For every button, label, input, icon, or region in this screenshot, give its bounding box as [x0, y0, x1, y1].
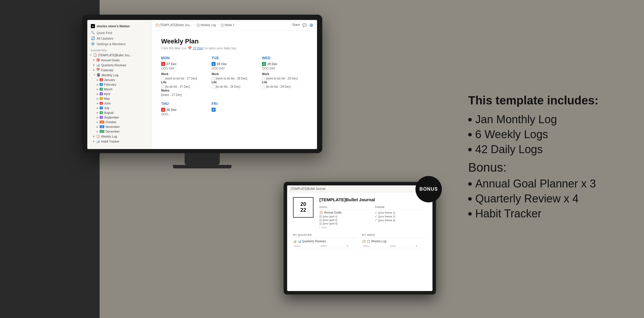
includes-list: Jan Monthly Log 6 Weekly Logs 42 Daily L…: [468, 113, 599, 156]
checkbox-icon[interactable]: [262, 85, 265, 88]
sidebar-item-quarterly-reviews[interactable]: ▶ 📊 Quarterly Reviews: [87, 62, 151, 67]
sidebar-settings[interactable]: ⚙️ Settings & Members: [87, 41, 151, 47]
weekly-grid: MON 1 27 Dec OOO DAY Work [work to-do li…: [161, 56, 308, 97]
tablet-device: BONUS [TEMPLATE]Bullet Journal 20 22: [284, 182, 436, 295]
new-goal[interactable]: + New: [319, 226, 371, 229]
mon-life-task: [to-do list - 27 Dec]: [161, 85, 207, 88]
annual-goals-icon: 🎯: [96, 58, 100, 62]
list-item-quarterly-review: Quarterly Review x 4: [468, 192, 599, 205]
day-column-wed: WED 3 29 Dec OOO DAY Work [work to-do li…: [262, 56, 308, 97]
tablet-bottom-tables: BY QUARTER 📊 📊 Quarterly Reviews Name Da…: [287, 234, 432, 252]
sidebar-item-april[interactable]: ▶ 4 April: [87, 92, 151, 96]
chevron-right-icon: ▶: [93, 140, 95, 143]
sidebar-quick-find[interactable]: 🔍 Quick Find: [87, 30, 151, 35]
chevron-right-icon: ▶: [97, 116, 98, 119]
chevron-down-icon: ▼: [90, 54, 92, 56]
favorites-section-label: FAVORITES: [87, 47, 151, 53]
sidebar-item-january[interactable]: ▶ 1 January: [87, 77, 151, 82]
jan-badge: 1: [100, 78, 103, 81]
theme-column-header: THEME: [375, 206, 427, 210]
sidebar-item-annual-goals[interactable]: ▶ 🎯 Annual Goals: [87, 57, 151, 62]
work-label-wed: Work: [262, 72, 308, 76]
tablet-two-cols: GOAL 📋 Annual Goals 1 [your goal 1]: [319, 206, 427, 229]
tue-date[interactable]: 2 28 Dec: [212, 62, 257, 66]
week1-breadcrumb[interactable]: 📋 Week 1: [220, 23, 235, 27]
work-label-tue: Work: [212, 72, 257, 76]
chevron-right-icon: ▶: [97, 126, 98, 128]
tablet-border: BONUS [TEMPLATE]Bullet Journal 20 22: [284, 182, 436, 295]
checkbox-icon[interactable]: [212, 85, 214, 88]
sidebar-item-habit-tracker[interactable]: ▶ 📊 Habit Tracker: [87, 139, 151, 144]
weekly-table-icon: 📋: [362, 240, 366, 243]
wed-date[interactable]: 3 29 Dec: [262, 62, 308, 66]
chevron-right-icon: ▶: [93, 135, 95, 138]
monthly-log-icon: 📓: [97, 73, 100, 77]
sidebar-item-june[interactable]: ▶ 6 June: [87, 101, 151, 106]
sidebar-item-september[interactable]: ▶ 9 September: [87, 115, 151, 120]
aug-badge: 8: [100, 111, 103, 114]
checkbox-icon[interactable]: [212, 77, 214, 80]
june-badge: 6: [100, 102, 103, 105]
sidebar-item-august[interactable]: ▶ 8 August: [87, 110, 151, 115]
habit-tracker-icon: 📊: [96, 139, 100, 143]
theme1-row: ✓ [your theme 1]: [375, 211, 427, 214]
notion-topbar: 📋 [TEMPLATE]Bullet Jou... / 📋 Weekly Log…: [152, 20, 317, 31]
breadcrumb[interactable]: 📋 [TEMPLATE]Bullet Jou...: [155, 23, 192, 27]
mon-date[interactable]: 1 27 Dec: [161, 62, 207, 66]
settings-topbar-icon[interactable]: ⚙️: [309, 23, 314, 27]
sidebar-item-may[interactable]: ▶ 5 May: [87, 96, 151, 101]
fri-header: FRI: [212, 102, 257, 106]
march-badge: 3: [100, 88, 103, 91]
sidebar-item-march[interactable]: ▶ 3 March: [87, 87, 151, 92]
goal1-row: 1 [your goal 1]: [319, 215, 371, 218]
sidebar-item-october[interactable]: ▶ 10 October: [87, 120, 151, 124]
comment-icon[interactable]: 💬: [302, 23, 307, 27]
sidebar-workspace[interactable]: N stories store's Notion: [87, 22, 151, 30]
sep-badge: 9: [100, 116, 103, 119]
bonuses-list: Annual Goal Planner x 3 Quarterly Review…: [468, 177, 599, 220]
tue-header: TUE: [212, 56, 257, 60]
tue-badge: 2: [212, 62, 216, 66]
tue-work-task: [work to-do list - 28 Dec]: [212, 77, 257, 80]
right-title: This template includes:: [468, 93, 599, 107]
fri-date[interactable]: 5: [212, 108, 257, 112]
bullet-icon: [468, 197, 472, 201]
share-button[interactable]: Share: [292, 23, 300, 27]
sidebar-item-february[interactable]: ▶ 2 February: [87, 82, 151, 87]
topbar-actions: Share 💬 ⚙️: [292, 23, 314, 27]
wed-note: OOO DAY: [262, 67, 308, 70]
tablet-logo: 20 22: [293, 197, 314, 218]
goal3-num: 3: [319, 222, 322, 225]
checkbox-icon[interactable]: [262, 77, 265, 80]
checkbox-icon[interactable]: [161, 85, 164, 88]
day-column-fri: FRI 5: [212, 102, 257, 118]
bullet-icon: [468, 118, 472, 121]
sidebar-item-monthly-log[interactable]: ▼ 📓 Monthly Log: [87, 72, 151, 77]
sidebar-item-template[interactable]: ▼ 📋 [TEMPLATE]Bullet Jou...: [87, 53, 151, 57]
goal2-row: 2 [your goal 2]: [319, 219, 371, 221]
checkbox-icon[interactable]: [161, 77, 164, 80]
tablet-title-area: [TEMPLATE]Bullet Journal GOAL 📋 Annual G…: [319, 197, 427, 229]
bullet-icon: [468, 212, 472, 216]
notion-main-content: 📋 [TEMPLATE]Bullet Jou... / 📋 Weekly Log…: [152, 20, 317, 149]
weekly-log-breadcrumb[interactable]: 📋 Weekly Log: [196, 23, 216, 27]
thu-date[interactable]: 4 30 Dec: [161, 108, 207, 112]
notes-label-mon: Notes: [161, 89, 207, 92]
day-column-mon: MON 1 27 Dec OOO DAY Work [work to-do li…: [161, 56, 207, 97]
sidebar-item-calendar[interactable]: ▶ 📅 Calendar: [87, 67, 151, 72]
right-text-content: This template includes: Jan Monthly Log …: [468, 93, 599, 225]
sidebar-item-july[interactable]: ▶ 7 July: [87, 106, 151, 110]
right-panel: This template includes: Jan Monthly Log …: [445, 0, 644, 318]
sidebar-item-november[interactable]: ▶ 11 November: [87, 124, 151, 129]
by-quarter-section: BY QUARTER 📊 📊 Quarterly Reviews Name Da…: [293, 234, 357, 248]
workspace-name: stories store's Notion: [97, 24, 130, 28]
sidebar-item-december[interactable]: ▶ 12 December: [87, 129, 151, 134]
mon-badge: 1: [161, 62, 165, 66]
sidebar-all-updates[interactable]: 🔄 All Updates: [87, 35, 151, 41]
goal-column-header: GOAL: [319, 206, 371, 210]
sidebar-item-weekly-log[interactable]: ▶ 📋 Weekly Log: [87, 134, 151, 139]
oct-badge: 10: [100, 121, 104, 124]
by-week-section: BY WEEK 📋 📋 Weekly Log Name Dates E: [362, 234, 427, 248]
theme3-row: ✓ [your theme 3]: [375, 219, 427, 222]
logo-text: 20 22: [300, 202, 306, 213]
